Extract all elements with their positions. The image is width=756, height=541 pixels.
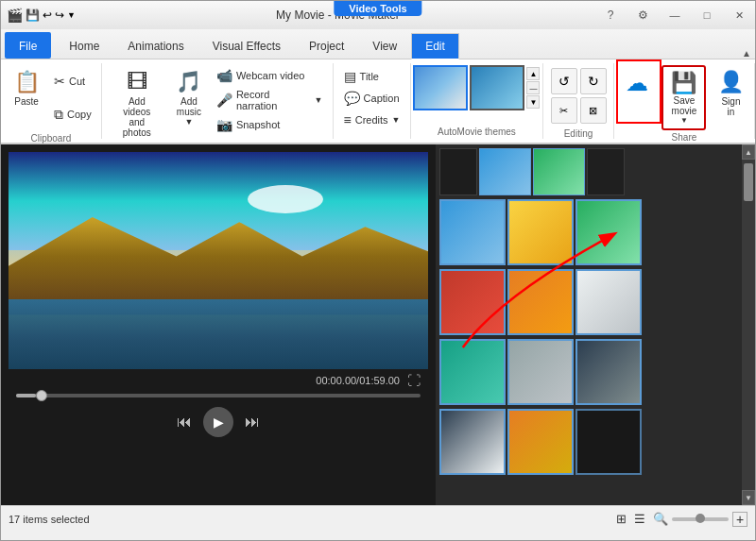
undo-icon[interactable]: ↩ [43, 8, 52, 22]
dropdown-arrow-icon[interactable]: ▼ [67, 10, 76, 20]
story-clip-r4c2[interactable] [507, 409, 574, 475]
story-clip-r1c2[interactable] [507, 199, 574, 265]
theme-scroll: ▲ — ▼ [526, 67, 540, 109]
caption-button[interactable]: 💬 Caption [339, 88, 405, 109]
rewind-button[interactable]: ⏮ [173, 411, 196, 433]
ribbon-group-automovie: ▲ — ▼ AutoMovie themes [411, 63, 543, 139]
rotate-right-btn[interactable]: ↻ [580, 68, 607, 94]
theme-thumb-1[interactable] [413, 65, 468, 110]
ribbon-group-share: ☁ 💾 Save movie ▼ 👤 Sign in Share [614, 63, 755, 139]
progress-fill [16, 394, 36, 397]
progress-bar[interactable] [16, 394, 421, 397]
save-quick-icon[interactable]: 💾 [26, 8, 40, 22]
tab-edit[interactable]: Edit [411, 33, 459, 59]
progress-bar-row [9, 392, 428, 399]
title-button[interactable]: ▤ Title [339, 66, 405, 87]
story-clip[interactable] [587, 148, 625, 195]
add-videos-button[interactable]: 🎞 Add videos and photos [108, 65, 166, 143]
story-clip-r1c3[interactable] [576, 199, 642, 265]
story-row-4 [439, 409, 738, 475]
app-icon: 🎬 [7, 8, 23, 23]
ribbon-group-editing: ↺ ↻ ✂ ⊠ Editing [543, 63, 614, 139]
ribbon: 📋 Paste ✂ Cut ⧉ Copy Clipboard [1, 59, 755, 144]
tab-view[interactable]: View [358, 32, 411, 59]
trim-btn[interactable]: ✂ [551, 97, 577, 124]
story-clip[interactable] [533, 148, 585, 195]
tab-file[interactable]: File [5, 32, 51, 59]
zoom-thumb [696, 514, 705, 523]
storyboard-view-btn[interactable]: ⊞ [616, 512, 627, 526]
save-movie-icon: 💾 [671, 71, 696, 95]
credits-button[interactable]: ≡ Credits ▼ [339, 110, 405, 130]
story-clip-r3c2[interactable] [507, 339, 574, 405]
tab-animations[interactable]: Animations [113, 32, 198, 59]
theme-scroll-mid[interactable]: — [526, 81, 540, 94]
snapshot-button[interactable]: 📷 Snapshot [212, 114, 327, 135]
story-clip-r2c1[interactable] [439, 269, 506, 335]
fast-forward-button[interactable]: ⏭ [241, 411, 264, 433]
story-clip-r4c3[interactable] [576, 409, 642, 475]
timecode-display: 00:00.00/01:59.00 [316, 375, 400, 386]
expand-icon[interactable]: ⛶ [407, 373, 421, 388]
video-controls-bar: 00:00.00/01:59.00 ⛶ [9, 369, 428, 392]
themes-content: ▲ — ▼ [413, 65, 540, 110]
onedrive-button[interactable]: ☁ [616, 65, 658, 103]
split-btn[interactable]: ⊠ [580, 97, 607, 124]
zoom-slider[interactable] [672, 517, 729, 521]
timeline-view-btn[interactable]: ☰ [634, 512, 645, 526]
story-clip-r3c3[interactable] [576, 339, 642, 405]
paste-button[interactable]: 📋 Paste [6, 65, 47, 111]
ribbon-group-clipboard: 📋 Paste ✂ Cut ⧉ Copy Clipboard [1, 63, 102, 139]
story-clip-r2c2[interactable] [507, 269, 574, 335]
ribbon-collapse-btn[interactable]: ▲ [742, 48, 751, 59]
zoom-out-btn[interactable]: 🔍 [653, 512, 668, 526]
zoom-in-btn[interactable]: + [732, 512, 747, 527]
play-pause-button[interactable]: ▶ [203, 407, 233, 437]
storyboard-panel[interactable] [436, 144, 742, 505]
close-btn[interactable]: ✕ [723, 2, 755, 28]
save-movie-button[interactable]: 💾 Save movie ▼ [662, 65, 706, 130]
story-clip-r4c1[interactable] [439, 409, 506, 475]
ribbon-tabs: File Home Animations Visual Effects Proj… [1, 29, 755, 59]
video-screen[interactable] [9, 152, 428, 369]
add-music-button[interactable]: 🎵 Add music ▼ [168, 65, 210, 131]
ribbon-group-text: ▤ Title 💬 Caption ≡ Credits ▼ [334, 63, 411, 139]
cut-button[interactable]: ✂ Cut [49, 71, 96, 92]
items-selected-status: 17 items selected [9, 514, 90, 525]
copy-button[interactable]: ⧉ Copy [49, 104, 96, 126]
scroll-down-btn[interactable]: ▼ [742, 490, 755, 505]
status-bar: 17 items selected ⊞ ☰ 🔍 + [1, 505, 755, 532]
rotate-left-btn[interactable]: ↺ [551, 68, 577, 94]
text-content: ▤ Title 💬 Caption ≡ Credits ▼ [339, 65, 405, 135]
storyboard-scrollbar[interactable]: ▲ ▼ [742, 144, 755, 505]
tab-project[interactable]: Project [295, 32, 358, 59]
record-narration-button[interactable]: 🎤 Record narration ▼ [212, 86, 327, 114]
video-preview-panel: 00:00.00/01:59.00 ⛶ ⏮ ▶ ⏭ [1, 144, 436, 505]
story-clip[interactable] [439, 148, 477, 195]
redo-icon[interactable]: ↪ [55, 8, 64, 22]
story-row-2 [439, 269, 738, 335]
maximize-btn[interactable]: □ [691, 2, 723, 28]
story-clip-r3c1[interactable] [439, 339, 506, 405]
theme-thumb-2[interactable] [470, 65, 524, 110]
add-content: 🎞 Add videos and photos 🎵 Add music ▼ 📹 … [108, 65, 328, 143]
minimize-btn[interactable]: — [659, 2, 691, 28]
story-row-top [439, 148, 738, 195]
window-controls: ? ⚙ — □ ✕ [594, 2, 755, 28]
webcam-video-button[interactable]: 📹 Webcam video [212, 65, 327, 86]
video-tools-badge: Video Tools [334, 1, 421, 16]
scroll-up-btn[interactable]: ▲ [742, 144, 755, 160]
tab-home[interactable]: Home [55, 32, 113, 59]
theme-scroll-up[interactable]: ▲ [526, 67, 540, 80]
story-clip-r2c3[interactable] [576, 269, 642, 335]
help-btn[interactable]: ? [594, 2, 627, 28]
settings-btn[interactable]: ⚙ [627, 2, 659, 28]
sign-in-button[interactable]: 👤 Sign in [710, 65, 751, 122]
dropdown-arrow-small: ▼ [680, 116, 688, 125]
story-clip-r1c1[interactable] [439, 199, 506, 265]
story-row-1 [439, 199, 738, 265]
theme-scroll-down[interactable]: ▼ [526, 95, 540, 109]
tab-visual-effects[interactable]: Visual Effects [198, 32, 295, 59]
story-clip[interactable] [479, 148, 531, 195]
scroll-thumb[interactable] [744, 163, 753, 201]
